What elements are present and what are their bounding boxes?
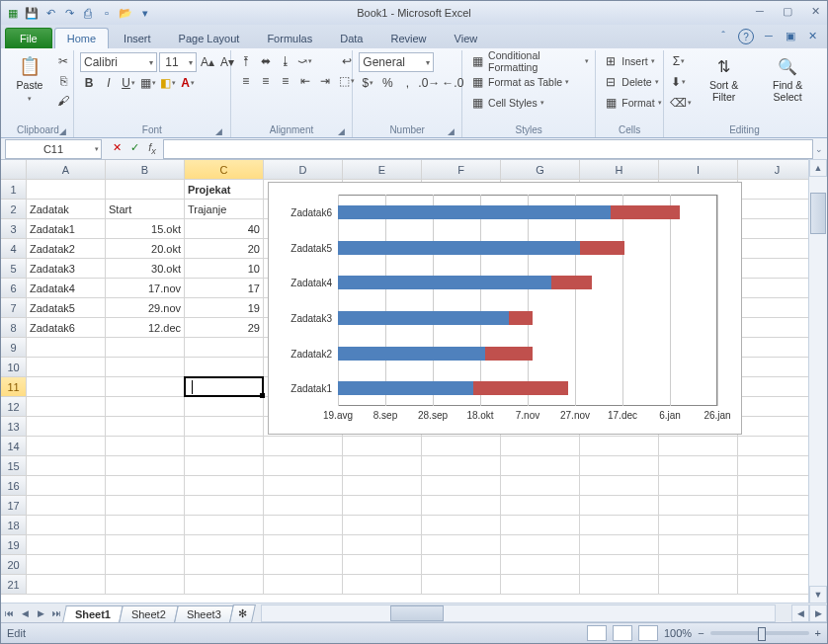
format-painter-icon[interactable]: 🖌 — [54, 92, 72, 110]
font-launcher-icon[interactable]: ◢ — [214, 126, 224, 136]
cell[interactable] — [343, 516, 422, 535]
chart-bar[interactable] — [338, 347, 717, 361]
chart-bar[interactable] — [338, 205, 717, 219]
cell[interactable] — [501, 476, 580, 496]
view-normal-icon[interactable] — [587, 625, 607, 641]
embedded-chart[interactable]: Zadatak6Zadatak5Zadatak4Zadatak3Zadatak2… — [268, 182, 742, 435]
align-bottom-icon[interactable]: ⭳ — [277, 52, 294, 70]
cell[interactable]: 19 — [185, 298, 264, 318]
bold-button[interactable]: B — [80, 74, 98, 92]
cell[interactable] — [27, 555, 106, 575]
cell[interactable]: Zadatak1 — [27, 219, 106, 239]
cell[interactable] — [738, 535, 817, 555]
cell[interactable]: Trajanje — [185, 200, 264, 219]
cell[interactable] — [27, 535, 106, 555]
cell[interactable] — [185, 338, 264, 358]
clear-icon[interactable]: ⌫▾ — [670, 94, 692, 112]
cell[interactable]: 15.okt — [106, 219, 185, 239]
border-button[interactable]: ▦▾ — [139, 74, 157, 92]
cell[interactable] — [501, 456, 580, 476]
cell[interactable] — [738, 417, 817, 437]
cell[interactable] — [27, 338, 106, 358]
cell[interactable] — [343, 575, 422, 595]
cell[interactable] — [738, 279, 817, 298]
number-format-combo[interactable]: General▾ — [359, 52, 434, 72]
row-header[interactable]: 16 — [1, 476, 27, 496]
row-header[interactable]: 17 — [1, 496, 27, 516]
scroll-up-icon[interactable]: ▲ — [809, 159, 827, 177]
cell[interactable] — [185, 575, 264, 595]
row-header[interactable]: 5 — [1, 259, 27, 279]
row-header[interactable]: 13 — [1, 417, 27, 437]
fill-icon[interactable]: ⬇▾ — [670, 73, 688, 91]
cell[interactable] — [27, 456, 106, 476]
cell[interactable] — [27, 437, 106, 456]
percent-icon[interactable]: % — [378, 74, 396, 92]
cell[interactable] — [27, 358, 106, 377]
sheet-tab-3[interactable]: Sheet3 — [174, 605, 233, 622]
cell[interactable] — [659, 575, 738, 595]
cell[interactable] — [580, 575, 659, 595]
cell[interactable] — [185, 516, 264, 535]
cell[interactable]: 20.okt — [106, 239, 185, 259]
row-header[interactable]: 20 — [1, 555, 27, 575]
cell[interactable]: Projekat — [185, 180, 264, 200]
cell[interactable] — [106, 496, 185, 516]
cell[interactable] — [501, 535, 580, 555]
column-header[interactable]: C — [185, 160, 264, 180]
cell[interactable] — [264, 575, 343, 595]
redo-icon[interactable]: ↷ — [61, 5, 77, 21]
cell[interactable] — [738, 318, 817, 338]
increase-indent-icon[interactable]: ⇥ — [316, 72, 334, 90]
cell[interactable] — [422, 496, 501, 516]
row-header[interactable]: 12 — [1, 397, 27, 417]
cell[interactable] — [580, 496, 659, 516]
cell[interactable] — [185, 417, 264, 437]
column-header[interactable]: E — [343, 160, 422, 180]
find-select-button[interactable]: 🔍 Find & Select — [756, 52, 819, 105]
sheet-tab-1[interactable]: Sheet1 — [62, 605, 124, 622]
cell[interactable] — [738, 259, 817, 279]
cell[interactable] — [501, 437, 580, 456]
cell[interactable]: Zadatak6 — [27, 318, 106, 338]
cell[interactable]: 40 — [185, 219, 264, 239]
qat-more-icon[interactable]: ▾ — [137, 5, 153, 21]
cell[interactable] — [27, 516, 106, 535]
chart-bar[interactable] — [338, 276, 717, 289]
cell[interactable]: Zadatak2 — [27, 239, 106, 259]
cell[interactable] — [738, 200, 817, 219]
align-left-icon[interactable]: ≡ — [237, 72, 255, 90]
align-middle-icon[interactable]: ⬌ — [257, 52, 275, 70]
cell-styles-button[interactable]: Cell Styles — [488, 94, 538, 112]
cell[interactable] — [738, 377, 817, 397]
row-header[interactable]: 9 — [1, 338, 27, 358]
zoom-out-icon[interactable]: − — [698, 627, 704, 639]
cell[interactable] — [106, 417, 185, 437]
column-header[interactable]: B — [106, 160, 185, 180]
cell[interactable] — [738, 437, 817, 456]
align-top-icon[interactable]: ⭱ — [237, 52, 255, 70]
tab-data[interactable]: Data — [327, 28, 375, 48]
cell[interactable] — [264, 535, 343, 555]
cell[interactable] — [659, 535, 738, 555]
chart-bar[interactable] — [338, 311, 717, 325]
zoom-in-icon[interactable]: + — [815, 627, 821, 639]
tab-file[interactable]: File — [5, 28, 52, 48]
column-header[interactable]: D — [264, 160, 343, 180]
cell[interactable] — [422, 437, 501, 456]
row-header[interactable]: 21 — [1, 575, 27, 595]
fill-color-button[interactable]: ◧▾ — [159, 74, 177, 92]
column-header[interactable]: F — [422, 160, 501, 180]
cell[interactable] — [264, 456, 343, 476]
cell[interactable] — [185, 496, 264, 516]
row-header[interactable]: 7 — [1, 298, 27, 318]
select-all-corner[interactable] — [1, 160, 27, 180]
align-right-icon[interactable]: ≡ — [277, 72, 294, 90]
cell[interactable] — [27, 377, 106, 397]
increase-decimal-icon[interactable]: .0→ — [418, 74, 440, 92]
column-header[interactable]: G — [501, 160, 580, 180]
cell[interactable] — [738, 575, 817, 595]
cell[interactable] — [659, 456, 738, 476]
decrease-decimal-icon[interactable]: ←.0 — [442, 74, 463, 92]
cell[interactable] — [738, 180, 817, 200]
